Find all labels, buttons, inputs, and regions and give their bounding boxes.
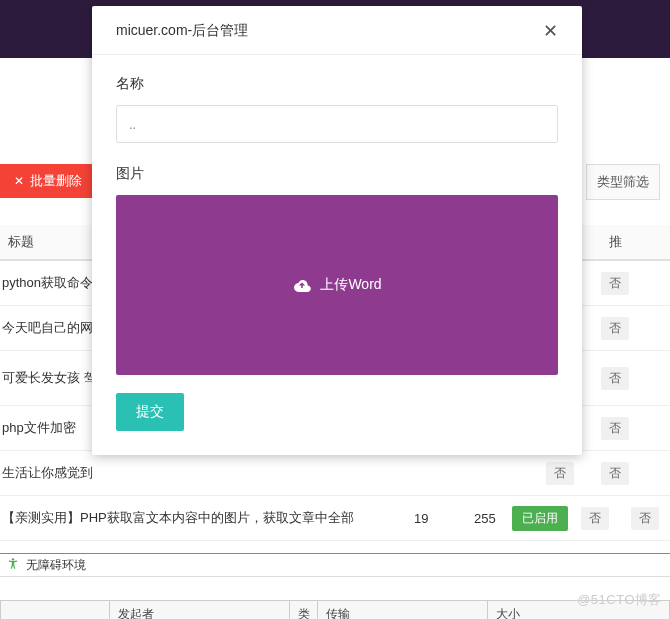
cloud-upload-icon (292, 276, 312, 295)
cell-status: 已启用 (510, 506, 570, 531)
watermark: @51CTO博客 (577, 591, 662, 609)
cell-top: 否 (570, 507, 620, 530)
modal-header: micuer.com-后台管理 ✕ (92, 6, 582, 55)
bottom-table-header: 发起者 类 传输 大小 (0, 600, 670, 619)
cell-rec: 否 (590, 272, 640, 295)
upload-label: 上传Word (320, 276, 381, 294)
submit-button[interactable]: 提交 (116, 393, 184, 431)
modal-close-button[interactable]: ✕ (543, 22, 558, 40)
accessibility-bar[interactable]: 无障碍环境 (0, 553, 670, 577)
tag-no: 否 (601, 462, 629, 485)
table-row[interactable]: 【亲测实用】PHP获取富文本内容中的图片，获取文章中全部 19 255 已启用 … (0, 496, 670, 541)
type-filter-button[interactable]: 类型筛选 (586, 164, 660, 200)
close-icon: ✕ (543, 21, 558, 41)
tag-no: 否 (631, 507, 659, 530)
type-filter-label: 类型筛选 (597, 174, 649, 189)
bt-type: 类 (290, 601, 318, 619)
tag-no: 否 (546, 462, 574, 485)
svg-point-0 (12, 558, 14, 560)
tag-no: 否 (601, 272, 629, 295)
name-label: 名称 (116, 75, 558, 93)
accessibility-icon (6, 557, 20, 574)
cell-title: 生活让你感觉到 (0, 464, 320, 482)
tag-no: 否 (581, 507, 609, 530)
modal-body: 名称 图片 上传Word 提交 (92, 55, 582, 455)
bt-index (0, 601, 110, 619)
image-label: 图片 (116, 165, 558, 183)
status-badge: 已启用 (512, 506, 568, 531)
upload-word-area[interactable]: 上传Word (116, 195, 558, 375)
cell-c1: 19 (400, 511, 460, 526)
bulk-delete-label: 批量删除 (30, 172, 82, 190)
modal-title: micuer.com-后台管理 (116, 22, 248, 40)
name-input[interactable] (116, 105, 558, 143)
tag-no: 否 (601, 417, 629, 440)
cell-c2: 255 (460, 511, 510, 526)
close-icon: ✕ (14, 174, 24, 188)
accessibility-label: 无障碍环境 (26, 557, 86, 574)
bt-trans: 传输 (318, 601, 488, 619)
th-rec: 推 (590, 233, 640, 251)
tag-no: 否 (601, 317, 629, 340)
submit-label: 提交 (136, 403, 164, 419)
bulk-delete-button[interactable]: ✕ 批量删除 (0, 164, 96, 198)
cell-title: 【亲测实用】PHP获取富文本内容中的图片，获取文章中全部 (0, 509, 400, 527)
modal-dialog: micuer.com-后台管理 ✕ 名称 图片 上传Word 提交 (92, 6, 582, 455)
tag-no: 否 (601, 367, 629, 390)
bt-sender: 发起者 (110, 601, 290, 619)
table-row[interactable]: 生活让你感觉到 否 否 (0, 451, 670, 496)
